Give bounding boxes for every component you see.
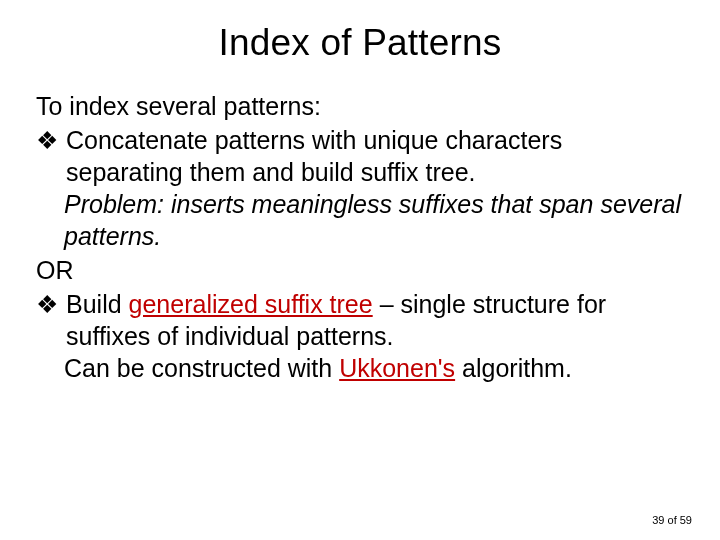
line2-pre: Can be constructed with (64, 354, 339, 382)
bullet-item-2: ❖ Build generalized suffix tree – single… (36, 288, 684, 384)
bullet-line: ❖ Concatenate patterns with unique chara… (36, 124, 684, 188)
diamond-bullet-icon: ❖ (36, 288, 58, 352)
bullet-item-1: ❖ Concatenate patterns with unique chara… (36, 124, 684, 252)
slide: Index of Patterns To index several patte… (0, 0, 720, 540)
ukkonen-term: Ukkonen's (339, 354, 455, 382)
bullet-2-text: Build generalized suffix tree – single s… (66, 288, 684, 352)
or-separator: OR (36, 254, 684, 286)
intro-line: To index several patterns: (36, 90, 684, 122)
bullet-line: ❖ Build generalized suffix tree – single… (36, 288, 684, 352)
slide-title: Index of Patterns (36, 22, 684, 64)
generalized-suffix-tree-term: generalized suffix tree (129, 290, 373, 318)
problem-label: Problem: (64, 190, 164, 218)
diamond-bullet-icon: ❖ (36, 124, 58, 188)
slide-body: To index several patterns: ❖ Concatenate… (36, 90, 684, 384)
bullet-2-pre: Build (66, 290, 129, 318)
page-number: 39 of 59 (652, 514, 692, 526)
bullet-1-problem: Problem: inserts meaningless suffixes th… (36, 188, 684, 252)
bullet-1-text: Concatenate patterns with unique charact… (66, 124, 684, 188)
bullet-2-line2: Can be constructed with Ukkonen's algori… (36, 352, 684, 384)
line2-post: algorithm. (455, 354, 572, 382)
